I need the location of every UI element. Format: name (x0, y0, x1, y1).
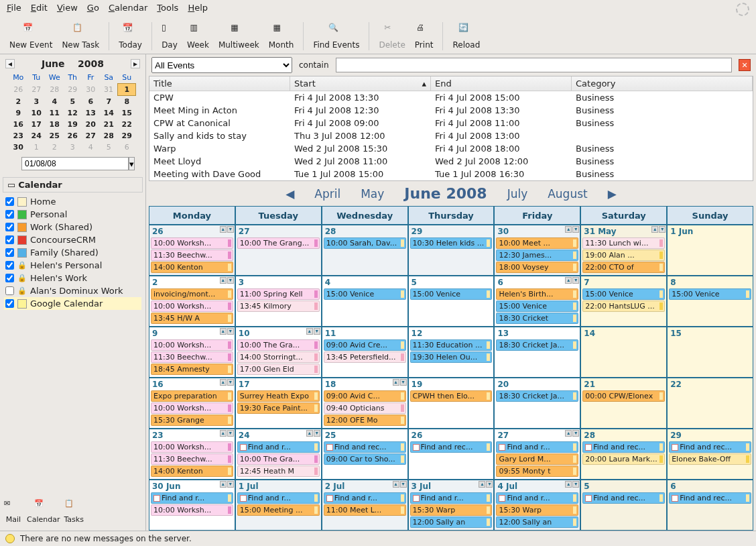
day-cell[interactable]: 2710:00 The Grang... (235, 225, 322, 276)
scroll-up-icon[interactable]: ▴ (220, 379, 227, 386)
calendar-event[interactable]: 10:00 Worksh... (151, 441, 233, 453)
day-cell[interactable]: 24▴▾Find and r...10:00 The Gra...12:45 H… (235, 429, 322, 480)
prev-month-icon[interactable]: ◂ (5, 59, 15, 68)
day-cell[interactable]: 2910:30 Helen kids ... (408, 225, 495, 276)
scroll-down-icon[interactable]: ▾ (227, 226, 234, 233)
calendar-event[interactable]: 12:45 Heath M (237, 466, 320, 477)
calendar-event[interactable]: Find and r... (496, 441, 578, 453)
calendar-event[interactable]: 11:30 Education ... (410, 339, 493, 351)
calendar-event[interactable]: 11:30 Beechw... (151, 453, 233, 465)
calendar-event[interactable]: 13:45 Petersfield... (324, 351, 406, 363)
day-cell[interactable]: 415:00 Venice (322, 276, 408, 327)
calendar-event[interactable]: 15:00 Venice (410, 288, 493, 300)
scroll-down-icon[interactable]: ▾ (227, 481, 234, 488)
nav-month[interactable]: May (361, 187, 384, 201)
calendar-event[interactable]: 19:00 Alan ... (582, 250, 665, 261)
calendar-event[interactable]: 10:00 Worksh... (151, 504, 233, 516)
menu-calendar[interactable]: Calendar (109, 3, 147, 16)
day-cell[interactable]: 311:00 Spring Kell13:45 Kilmory (235, 276, 322, 327)
toolbar-week[interactable]: ▥Week (183, 21, 213, 51)
scroll-up-icon[interactable]: ▴ (220, 277, 227, 284)
day-cell[interactable]: 715:00 Venice22:00 HantsLUG ... (580, 276, 667, 327)
event-row[interactable]: CPW at CanonicalFri 4 Jul 2008 09:00Fri … (149, 117, 753, 129)
day-cell[interactable]: 27▴▾Find and r...Gary Lord M...09:55 Mon… (494, 429, 580, 480)
scroll-up-icon[interactable]: ▴ (565, 430, 572, 437)
calendar-event[interactable]: 10:00 The Gra... (237, 339, 320, 351)
scroll-up-icon[interactable]: ▴ (565, 277, 572, 284)
calendar-event[interactable]: 22:00 HantsLUG ... (582, 301, 665, 312)
day-cell[interactable]: 2 Jul▴▾Find and r...11:00 Meet L... (322, 480, 408, 531)
next-month-icon[interactable]: ▸ (131, 59, 140, 68)
calendar-event[interactable]: 15:30 Grange (151, 415, 233, 426)
calendar-event[interactable]: 18:30 Cricket Ja... (496, 339, 578, 351)
calendar-event[interactable]: Find and rec... (324, 441, 406, 453)
day-cell[interactable]: 815:00 Venice (667, 276, 753, 327)
calendar-event[interactable]: 17:00 Glen Eld (237, 364, 320, 375)
scroll-down-icon[interactable]: ▾ (227, 430, 234, 437)
day-cell[interactable]: 1318:30 Cricket Ja... (494, 327, 580, 378)
toolbar-new-event[interactable]: 📅New Event (5, 21, 56, 51)
nav-tasks[interactable]: 📋Tasks (64, 499, 83, 524)
day-cell[interactable]: 16▴▾Expo preparation10:00 Worksh...15:30… (149, 378, 235, 429)
calendar-event[interactable]: Find and rec... (410, 441, 493, 453)
calendar-event[interactable]: Find and rec... (582, 441, 665, 453)
calendar-event[interactable]: Find and r... (237, 441, 320, 453)
menu-file[interactable]: File (7, 3, 21, 16)
calendar-checkbox[interactable] (5, 261, 14, 270)
calendar-event[interactable]: 18:30 Cricket (496, 313, 578, 324)
prev-arrow-icon[interactable]: ◀ (286, 187, 294, 201)
scroll-down-icon[interactable]: ▾ (314, 328, 320, 335)
calendar-event[interactable]: 18:45 Amnesty (151, 364, 233, 375)
event-row[interactable]: CPWFri 4 Jul 2008 13:30Fri 4 Jul 2008 15… (149, 91, 753, 104)
calendar-event[interactable]: 14:00 Storringt... (237, 351, 320, 363)
scroll-down-icon[interactable]: ▾ (227, 328, 234, 335)
calendar-event[interactable]: Find and r... (151, 492, 233, 504)
scroll-down-icon[interactable]: ▾ (400, 481, 407, 488)
calendar-event[interactable]: CPWH then Elo... (410, 390, 493, 402)
toolbar-find-events[interactable]: 🔍Find Events (309, 21, 363, 51)
calendar-event[interactable]: 09:00 Avid C... (324, 390, 406, 402)
toolbar-month[interactable]: ▦Month (265, 21, 298, 51)
calendar-checkbox[interactable] (5, 197, 14, 206)
toolbar-today[interactable]: 📆Today (115, 21, 146, 51)
calendar-event[interactable]: 11:00 Meet L... (324, 504, 406, 516)
day-cell[interactable]: 2▴▾invoicing/mont...10:00 Worksh...13:45… (149, 276, 235, 327)
date-dropdown-button[interactable]: ▾ (129, 157, 135, 170)
calendar-event[interactable]: 15:00 Venice (669, 288, 751, 300)
calendar-event[interactable]: 13:45 H/W A (151, 313, 233, 324)
calendar-event[interactable]: Find and r... (410, 492, 493, 504)
calendar-event[interactable]: 20:00 Laura Mark... (582, 453, 665, 465)
nav-month[interactable]: July (507, 187, 528, 201)
day-cell[interactable]: 23▴▾10:00 Worksh...11:30 Beechw...14:00 … (149, 429, 235, 480)
calendar-checkbox[interactable] (5, 286, 14, 295)
calendar-event[interactable]: 11:00 Spring Kell (237, 288, 320, 300)
scroll-up-icon[interactable]: ▴ (479, 481, 485, 488)
day-cell[interactable]: 515:00 Venice (408, 276, 495, 327)
calendar-event[interactable]: 12:30 James... (496, 250, 578, 261)
calendar-event[interactable]: 10:00 Meet ... (496, 237, 578, 249)
calendar-event[interactable]: invoicing/mont... (151, 288, 233, 300)
calendar-event[interactable]: Gary Lord M... (496, 453, 578, 465)
nav-calendar[interactable]: 📅Calendar (27, 499, 60, 524)
calendar-event[interactable]: 12:00 OFE Mo (324, 415, 406, 426)
calendar-event[interactable]: Find and r... (496, 492, 578, 504)
calendar-event[interactable]: Expo preparation (151, 390, 233, 402)
day-cell[interactable]: 25Find and rec...09:00 Car to Sho... (322, 429, 408, 480)
calendar-event[interactable]: Find and r... (324, 492, 406, 504)
scroll-down-icon[interactable]: ▾ (227, 379, 234, 386)
calendar-event[interactable]: 15:00 Meeting ... (237, 504, 320, 516)
menu-go[interactable]: Go (87, 3, 99, 16)
calendar-checkbox[interactable] (5, 210, 14, 219)
calendar-event[interactable]: 13:45 Kilmory (237, 301, 320, 312)
toolbar-print[interactable]: 🖨Print (411, 21, 438, 51)
scroll-up-icon[interactable]: ▴ (306, 328, 313, 335)
scroll-down-icon[interactable]: ▾ (572, 430, 579, 437)
toolbar-day[interactable]: ▯Day (158, 21, 182, 51)
calendar-event[interactable]: 22:00 CTO of (582, 262, 665, 273)
day-cell[interactable]: 2100:00 CPW/Elonex (580, 378, 667, 429)
day-cell[interactable]: 15 (667, 327, 753, 378)
calendar-section-header[interactable]: ▭ Calendar (3, 177, 143, 193)
calendar-event[interactable]: 09:00 Car to Sho... (324, 453, 406, 465)
event-row[interactable]: Meeting with Dave GoodTue 1 Jul 2008 15:… (149, 168, 753, 180)
calendar-event[interactable]: 19:30 Face Paint... (237, 402, 320, 414)
